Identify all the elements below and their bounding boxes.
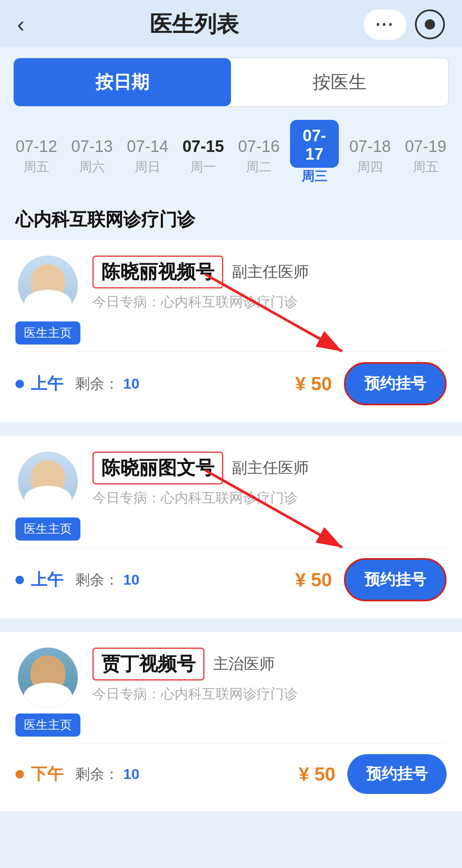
- avatar-wrap: 医生主页: [15, 256, 80, 345]
- doctor-card-3: 医生主页贾丁视频号主治医师今日专病：心内科互联网诊疗门诊下午剩余：10¥ 50预…: [0, 632, 462, 811]
- appointment-row: 下午剩余：10¥ 50预约挂号: [15, 743, 447, 797]
- tab-by-doctor[interactable]: 按医生: [231, 58, 448, 106]
- appointment-button[interactable]: 预约挂号: [347, 754, 447, 794]
- date-cell-07-17[interactable]: 07-17周三: [287, 120, 342, 189]
- date-cell-07-18[interactable]: 07-18周四: [342, 130, 398, 179]
- doctor-details: 陈晓丽视频号副主任医师今日专病：心内科互联网诊疗门诊: [92, 256, 447, 312]
- appointment-button[interactable]: 预约挂号: [344, 558, 447, 601]
- period-dot: [15, 576, 24, 584]
- period-dot: [15, 770, 24, 779]
- doctor-name-row: 陈晓丽图文号副主任医师: [92, 452, 447, 485]
- header-actions: ···: [364, 9, 445, 40]
- appointment-price: ¥ 50: [299, 764, 335, 785]
- avatar: [18, 256, 78, 315]
- day-name: 周四: [342, 158, 398, 179]
- doctor-specialty: 今日专病：心内科互联网诊疗门诊: [92, 685, 447, 704]
- date-num: 07-16: [231, 130, 287, 158]
- date-num: 07-17: [290, 120, 339, 168]
- date-num: 07-14: [120, 130, 175, 158]
- appointment-price: ¥ 50: [295, 373, 332, 395]
- doctor-info: 医生主页贾丁视频号主治医师今日专病：心内科互联网诊疗门诊: [15, 648, 447, 737]
- avatar-wrap: 医生主页: [15, 452, 80, 541]
- date-num: 07-15: [175, 130, 231, 158]
- header: ‹ 医生列表 ···: [0, 0, 462, 47]
- tab-bar: 按日期 按医生: [13, 57, 449, 107]
- doctor-title: 主治医师: [213, 654, 275, 675]
- day-name: 周二: [231, 158, 287, 179]
- remain-count: 10: [123, 375, 139, 392]
- date-cell-07-13[interactable]: 07-13周六: [64, 130, 120, 179]
- date-num: 07-18: [342, 130, 398, 158]
- tab-by-date[interactable]: 按日期: [14, 58, 231, 106]
- card-divider: [0, 429, 462, 436]
- doctor-info: 医生主页陈晓丽图文号副主任医师今日专病：心内科互联网诊疗门诊: [15, 452, 447, 541]
- scan-button[interactable]: [415, 9, 445, 39]
- date-cell-07-14[interactable]: 07-14周日: [120, 130, 175, 179]
- remain-count: 10: [123, 571, 139, 588]
- doctor-info: 医生主页陈晓丽视频号副主任医师今日专病：心内科互联网诊疗门诊: [15, 256, 447, 345]
- doctor-card-1: 医生主页陈晓丽视频号副主任医师今日专病：心内科互联网诊疗门诊上午剩余：10¥ 5…: [0, 240, 462, 422]
- remain-count: 10: [123, 766, 139, 782]
- doctor-home-button[interactable]: 医生主页: [15, 321, 80, 345]
- doctor-name: 陈晓丽视频号: [92, 256, 223, 288]
- appointment-button[interactable]: 预约挂号: [344, 362, 447, 405]
- doctor-card-2: 医生主页陈晓丽图文号副主任医师今日专病：心内科互联网诊疗门诊上午剩余：10¥ 5…: [0, 436, 462, 618]
- doctor-name: 贾丁视频号: [92, 648, 204, 681]
- doctor-home-button[interactable]: 医生主页: [15, 517, 80, 541]
- day-name: 周五: [398, 158, 453, 179]
- day-name: 周日: [120, 158, 175, 179]
- date-num: 07-19: [398, 130, 453, 158]
- doctor-home-button[interactable]: 医生主页: [15, 713, 80, 737]
- page-title: 医生列表: [24, 9, 364, 39]
- doctor-details: 贾丁视频号主治医师今日专病：心内科互联网诊疗门诊: [92, 648, 447, 704]
- doctor-details: 陈晓丽图文号副主任医师今日专病：心内科互联网诊疗门诊: [92, 452, 447, 508]
- avatar: [18, 648, 78, 707]
- period-label: 上午: [31, 373, 63, 395]
- date-num: 07-13: [64, 130, 120, 158]
- day-name: 周六: [64, 158, 120, 179]
- remain-label: 剩余：: [75, 764, 119, 784]
- date-cell-07-19[interactable]: 07-19周五: [398, 130, 453, 179]
- appointment-row: 上午剩余：10¥ 50预约挂号: [15, 351, 447, 409]
- doctor-title: 副主任医师: [232, 262, 309, 282]
- department-header: 心内科互联网诊疗门诊: [0, 196, 462, 240]
- period-label: 上午: [31, 569, 63, 591]
- doctor-name: 陈晓丽图文号: [92, 452, 223, 485]
- period-label: 下午: [31, 763, 63, 785]
- appointment-price: ¥ 50: [295, 569, 332, 591]
- day-name: 周三: [287, 168, 342, 189]
- date-cell-07-15[interactable]: 07-15周一: [175, 130, 231, 179]
- date-cell-07-16[interactable]: 07-16周二: [231, 130, 287, 179]
- back-button[interactable]: ‹: [17, 13, 24, 36]
- doctor-title: 副主任医师: [232, 458, 309, 479]
- tab-switcher: 按日期 按医生: [0, 47, 462, 116]
- day-name: 周五: [9, 158, 64, 179]
- date-cell-07-12[interactable]: 07-12周五: [9, 130, 64, 179]
- doctor-specialty: 今日专病：心内科互联网诊疗门诊: [92, 293, 447, 312]
- more-button[interactable]: ···: [364, 9, 406, 40]
- card-divider: [0, 625, 462, 632]
- date-num: 07-12: [9, 130, 64, 158]
- doctor-specialty: 今日专病：心内科互联网诊疗门诊: [92, 489, 447, 508]
- date-section: 07-12周五07-13周六07-14周日07-15周一07-16周二07-17…: [0, 116, 462, 196]
- doctor-name-row: 贾丁视频号主治医师: [92, 648, 447, 681]
- avatar: [18, 452, 78, 511]
- doctor-list: 医生主页陈晓丽视频号副主任医师今日专病：心内科互联网诊疗门诊上午剩余：10¥ 5…: [0, 240, 462, 811]
- avatar-wrap: 医生主页: [15, 648, 80, 737]
- appointment-row: 上午剩余：10¥ 50预约挂号: [15, 547, 447, 605]
- date-row: 07-12周五07-13周六07-14周日07-15周一07-16周二07-17…: [0, 120, 462, 189]
- doctor-name-row: 陈晓丽视频号副主任医师: [92, 256, 447, 288]
- remain-label: 剩余：: [75, 374, 119, 394]
- remain-label: 剩余：: [75, 570, 119, 590]
- period-dot: [15, 380, 24, 388]
- day-name: 周一: [175, 158, 231, 179]
